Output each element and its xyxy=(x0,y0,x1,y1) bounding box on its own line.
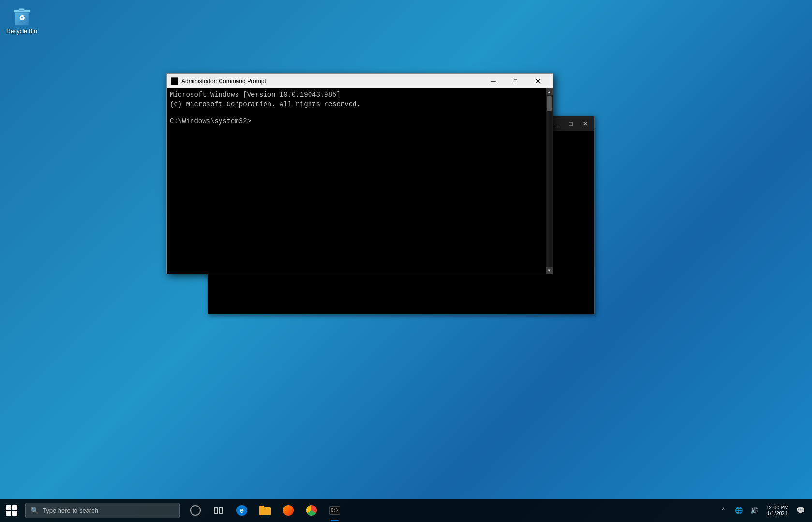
cmd-main-close-button[interactable]: ✕ xyxy=(527,74,549,88)
tray-chevron[interactable]: ^ xyxy=(716,499,731,522)
cmd-main-titlebar: Administrator: Command Prompt ─ □ ✕ xyxy=(167,74,553,88)
windows-logo-icon xyxy=(6,505,17,516)
clock-date: 1/1/2021 xyxy=(767,510,788,516)
chrome-icon xyxy=(306,505,317,516)
system-clock[interactable]: 12:00 PM 1/1/2021 xyxy=(762,499,793,522)
cmd-back-titlebar-buttons: ─ □ ✕ xyxy=(549,117,592,130)
recycle-bin-label: Recycle Bin xyxy=(6,28,37,35)
file-explorer-icon xyxy=(259,506,271,515)
scrollbar-up-arrow[interactable]: ▲ xyxy=(546,88,553,95)
task-view-button[interactable] xyxy=(207,499,230,522)
firefox-button[interactable] xyxy=(277,499,300,522)
file-explorer-button[interactable] xyxy=(253,499,277,522)
search-icon: 🔍 xyxy=(30,507,39,514)
edge-browser-button[interactable]: e xyxy=(230,499,253,522)
cmd-title-icon xyxy=(171,77,178,85)
desktop: ♻ Recycle Bin ─ □ ✕ Administrator: Comma… xyxy=(0,0,812,499)
tray-network-icon[interactable]: 🌐 xyxy=(731,499,747,522)
cmd-scrollbar[interactable]: ▲ ▼ xyxy=(546,88,553,274)
cmd-main-content[interactable]: Microsoft Windows [Version 10.0.19043.98… xyxy=(167,88,553,274)
cmd-taskbar-button[interactable]: C:\ xyxy=(323,499,346,522)
scrollbar-down-arrow[interactable]: ▼ xyxy=(546,267,553,274)
edge-icon: e xyxy=(236,505,247,516)
task-view-icon xyxy=(214,507,223,514)
cmd-main-minimize-button[interactable]: ─ xyxy=(482,74,504,88)
system-tray: ^ 🌐 🔊 12:00 PM 1/1/2021 💬 xyxy=(716,499,812,522)
cmd-main-maximize-button[interactable]: □ xyxy=(504,74,527,88)
notification-center-button[interactable]: 💬 xyxy=(793,499,808,522)
start-button[interactable] xyxy=(0,499,23,522)
chrome-button[interactable] xyxy=(300,499,323,522)
taskbar-pinned-icons: e C:\ xyxy=(184,499,346,522)
clock-time: 12:00 PM xyxy=(766,505,789,510)
cmd-back-maximize-button[interactable]: □ xyxy=(563,117,578,130)
cmd-line2: (c) Microsoft Corporation. All rights re… xyxy=(170,101,361,108)
cmd-taskbar-icon: C:\ xyxy=(329,506,340,515)
cmd-back-close-button[interactable]: ✕ xyxy=(578,117,592,130)
cmd-prompt: C:\Windows\system32> xyxy=(170,117,251,125)
cortana-icon xyxy=(190,505,201,516)
cortana-button[interactable] xyxy=(184,499,207,522)
cmd-line1: Microsoft Windows [Version 10.0.19043.98… xyxy=(170,91,340,99)
taskbar-search-bar[interactable]: 🔍 Type here to search xyxy=(25,503,180,518)
cmd-main-title: Administrator: Command Prompt xyxy=(181,78,482,85)
taskbar-search-placeholder: Type here to search xyxy=(43,507,98,514)
recycle-bin-icon[interactable]: ♻ Recycle Bin xyxy=(5,5,39,35)
svg-rect-3 xyxy=(19,8,25,10)
svg-text:♻: ♻ xyxy=(19,14,25,22)
cmd-window-main[interactable]: Administrator: Command Prompt ─ □ ✕ Micr… xyxy=(166,73,553,274)
recycle-bin-svg: ♻ xyxy=(12,5,31,26)
scrollbar-thumb[interactable] xyxy=(547,96,552,111)
tray-volume-icon[interactable]: 🔊 xyxy=(747,499,762,522)
firefox-icon xyxy=(283,505,294,516)
taskbar: 🔍 Type here to search e xyxy=(0,499,812,522)
tray-icons: ^ 🌐 🔊 xyxy=(716,499,762,522)
cmd-main-titlebar-buttons: ─ □ ✕ xyxy=(482,74,549,88)
